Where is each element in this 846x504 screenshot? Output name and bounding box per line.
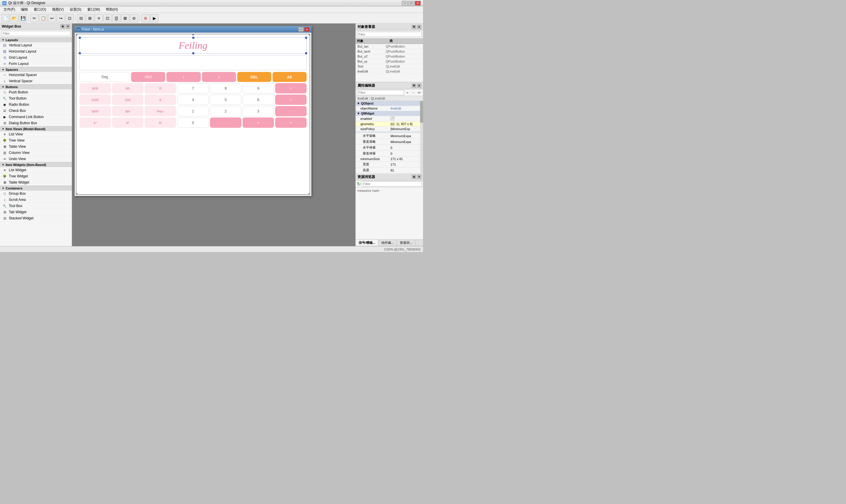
btn-tan[interactable]: tan <box>112 106 143 116</box>
toolbar-layout2[interactable]: ⊞ <box>86 14 94 22</box>
btn-del[interactable]: DEL <box>237 72 271 82</box>
handle-bc[interactable] <box>192 52 194 54</box>
btn-0[interactable]: 0 <box>177 118 209 128</box>
resource-browser-controls[interactable]: ⧉ ✕ <box>412 175 421 179</box>
toolbar-layout1[interactable]: ⊟ <box>77 14 85 22</box>
table-row[interactable]: But_x2 QPushButton <box>356 54 423 59</box>
widget-item-column-view[interactable]: ||| Column View <box>0 150 72 156</box>
prop-row-minsize[interactable]: minimumSize 171 x 81 <box>356 157 423 162</box>
prop-value-geometry[interactable]: {(2, 1), 607 x 8} <box>390 122 423 127</box>
form-close-btn[interactable]: ✕ <box>304 27 310 32</box>
handle-bl[interactable] <box>79 52 81 54</box>
toolbar-open[interactable]: 📂 <box>10 14 18 22</box>
prop-row-sizepolicy[interactable]: sizePolicy [MinimumExp <box>356 127 423 131</box>
btn-ae[interactable]: AE <box>273 72 307 82</box>
toolbar-layout6[interactable]: ⊠ <box>121 14 130 22</box>
close-button[interactable]: ✕ <box>415 1 421 5</box>
btn-sin[interactable]: sin <box>112 83 143 93</box>
selection-handle-bl[interactable] <box>76 193 77 195</box>
widget-item-form-layout[interactable]: ≡ Form Layout <box>0 61 72 67</box>
table-row[interactable]: lineEdit QLineEdit <box>356 69 423 74</box>
widget-item-push-button[interactable]: □ Push Button <box>0 89 72 95</box>
btn-sinh[interactable]: sinh <box>80 83 111 93</box>
widget-item-list-view[interactable]: ≡ List View <box>0 131 72 138</box>
widget-item-command-link[interactable]: ▶ Command Link Button <box>0 114 72 120</box>
btn-dot[interactable]: . <box>210 118 241 128</box>
menu-help[interactable]: 帮助(H) <box>103 6 120 13</box>
form-minimize-btn[interactable]: ─ <box>298 27 304 32</box>
table-row[interactable]: But_xy QPushButton <box>356 59 423 64</box>
btn-ans[interactable]: ANS <box>131 72 165 82</box>
maximize-button[interactable]: □ <box>408 1 414 5</box>
btn-sub[interactable]: - <box>275 106 307 116</box>
handle-tc[interactable] <box>192 37 194 39</box>
toolbar-stop[interactable]: ⊗ <box>141 14 150 22</box>
widget-item-check-box[interactable]: ☑ Check Box <box>0 108 72 114</box>
prop-float-btn[interactable]: ⧉ <box>412 84 416 88</box>
prop-row-width[interactable]: 宽度 171 <box>356 162 423 167</box>
category-layouts[interactable]: ▼ Layouts <box>0 37 72 42</box>
handle-br[interactable] <box>305 52 307 54</box>
widget-item-undo-view[interactable]: ↩ Undo View <box>0 156 72 162</box>
handle-tl[interactable] <box>79 37 81 39</box>
prop-value-height[interactable]: 81 <box>390 167 423 173</box>
resource-filter-input[interactable] <box>362 181 422 186</box>
prop-close-btn[interactable]: ✕ <box>417 84 421 88</box>
prop-row-vpolicy[interactable]: 垂直策略 MinimumExpa <box>356 139 423 145</box>
btn-tanh[interactable]: tanh <box>80 106 111 116</box>
menu-view[interactable]: 视图(V) <box>50 6 66 13</box>
toolbar-layout3[interactable]: ≡ <box>94 14 103 22</box>
object-inspector-filter[interactable] <box>357 32 422 37</box>
btn-e[interactable]: e <box>144 94 176 105</box>
category-containers[interactable]: ▼ Containers <box>0 186 72 191</box>
menu-window2[interactable]: 窗口(W) <box>85 6 102 13</box>
btn-6[interactable]: 6 <box>242 94 274 105</box>
object-inspector-controls[interactable]: ⧉ ✕ <box>412 25 421 29</box>
prop-add-btn[interactable]: + <box>405 90 410 95</box>
res-float-btn[interactable]: ⧉ <box>412 175 416 179</box>
widget-item-tab-widget[interactable]: ⊟ Tab Widget <box>0 209 72 215</box>
prop-value-minsize[interactable]: 171 x 81 <box>390 157 423 162</box>
category-item-views[interactable]: ▼ Item Views (Model-Based) <box>0 126 72 131</box>
widget-item-group-box[interactable]: □ Group Box <box>0 191 72 197</box>
prop-value-hpolicy[interactable]: MinimumExpa <box>390 133 423 139</box>
prop-value-enabled[interactable] <box>390 116 423 122</box>
prop-value-objectname[interactable]: lineEdit <box>390 106 423 111</box>
category-buttons[interactable]: ▼ Buttons <box>0 84 72 89</box>
btn-5[interactable]: 5 <box>210 94 241 105</box>
widget-box-filter[interactable] <box>1 31 71 36</box>
toolbar-preview[interactable]: ▶ <box>150 14 158 22</box>
toolbar-widget[interactable]: ⊡ <box>66 14 74 22</box>
widget-item-dialog-button-box[interactable]: ⊡ Dialog Button Box <box>0 120 72 126</box>
btn-log10[interactable]: log₁₀ <box>144 106 176 116</box>
prop-scrollbar-thumb[interactable] <box>420 101 423 123</box>
prop-remove-btn[interactable]: − <box>411 90 416 95</box>
widget-item-h-spacer[interactable]: ↔ Horizontal Spacer <box>0 72 72 78</box>
toolbar-cut[interactable]: ✂ <box>30 14 38 22</box>
form-title-controls[interactable]: ─ ✕ <box>298 27 310 32</box>
btn-xy[interactable]: xʸ <box>80 118 111 128</box>
prop-row-objectname[interactable]: objectName lineEdit <box>356 106 423 111</box>
toolbar-save[interactable]: 💾 <box>19 14 27 22</box>
widget-item-list-widget[interactable]: ≡ List Widget <box>0 167 72 173</box>
selection-handle-br[interactable] <box>308 193 310 195</box>
enabled-checkbox[interactable] <box>391 116 394 120</box>
widget-item-stacked-widget[interactable]: ⊡ Stacked Widget <box>0 215 72 221</box>
form-content[interactable]: Feiling Deg ANS ( ) DEL AE <box>76 34 310 195</box>
tab-signals[interactable]: 信号/槽编... <box>356 240 378 246</box>
widget-item-table-view[interactable]: ⊞ Table View <box>0 144 72 150</box>
prop-row-hstretch[interactable]: 水平伸展 0 <box>356 145 423 151</box>
btn-7[interactable]: 7 <box>177 83 209 93</box>
table-row[interactable]: Text QLineEdit <box>356 64 423 69</box>
btn-cos[interactable]: cos <box>112 94 143 105</box>
menu-edit[interactable]: 编辑 <box>18 6 30 13</box>
btn-ln[interactable]: ln <box>144 118 176 128</box>
widget-box-close[interactable]: ✕ <box>66 24 70 29</box>
btn-pi[interactable]: π <box>144 83 176 93</box>
tab-resources[interactable]: 资源浏... <box>397 240 415 246</box>
prop-value-sizepolicy[interactable]: [MinimumExp <box>390 127 423 131</box>
menu-file[interactable]: 文件(F) <box>1 6 17 13</box>
btn-8[interactable]: 8 <box>210 83 241 93</box>
widget-box-float[interactable]: ⧉ <box>61 24 65 29</box>
widget-item-tool-button[interactable]: 🔧 Tool Button <box>0 95 72 102</box>
